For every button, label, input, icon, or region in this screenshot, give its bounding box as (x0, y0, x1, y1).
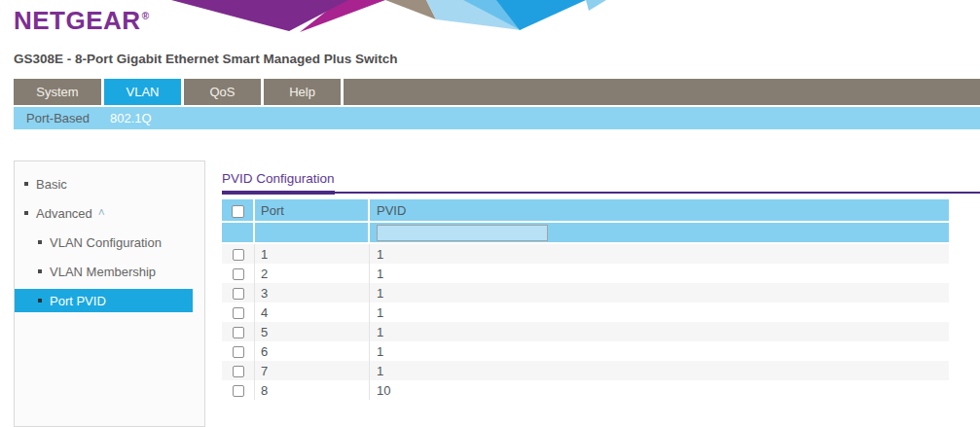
port-cell: 2 (255, 264, 370, 283)
table-header-row: Port PVID (222, 199, 949, 223)
row-checkbox[interactable] (233, 249, 244, 261)
port-cell: 6 (255, 341, 370, 361)
pvid-cell: 1 (370, 341, 949, 361)
tab-help[interactable]: Help (264, 79, 344, 105)
select-all-checkbox[interactable] (232, 205, 244, 218)
sidebar-item-vlan-membership[interactable]: VLAN Membership (15, 260, 204, 283)
sidebar-item-advanced[interactable]: Advanced ˄ (15, 201, 204, 225)
subnav-item-port-based[interactable]: Port-Based (26, 111, 90, 125)
pvid-cell: 1 (370, 244, 949, 264)
section-heading: PVID Configuration (222, 171, 335, 195)
registered-mark: ® (142, 11, 150, 21)
sidebar-item-label: VLAN Membership (50, 265, 156, 279)
table-filter-row (222, 223, 949, 244)
netgear-logo: NETGEAR® (14, 6, 150, 36)
content-area: Basic Advanced ˄ VLAN Configuration VLAN… (14, 160, 980, 427)
row-checkbox[interactable] (233, 288, 244, 300)
sidebar-item-port-pvid[interactable]: Port PVID (15, 289, 193, 312)
pvid-cell: 1 (370, 361, 949, 380)
table-row: 7 1 (222, 361, 949, 380)
pvid-input[interactable] (377, 225, 548, 241)
row-checkbox[interactable] (233, 327, 244, 338)
chevron-up-icon: ˄ (98, 207, 105, 219)
sidebar-item-label: VLAN Configuration (50, 235, 162, 250)
sidebar-item-label: Basic (36, 177, 67, 192)
column-header-port: Port (255, 199, 370, 223)
column-header-pvid: PVID (370, 199, 949, 223)
table-row: 1 1 (222, 244, 949, 264)
row-checkbox[interactable] (233, 307, 244, 319)
bullet-icon (24, 211, 28, 215)
section-heading-rule: PVID Configuration (222, 169, 980, 194)
bullet-icon (38, 240, 42, 244)
table-row: 8 10 (222, 380, 949, 400)
table-row: 4 1 (222, 302, 949, 322)
subnav-item-8021q[interactable]: 802.1Q (110, 111, 152, 125)
pvid-cell: 10 (370, 380, 949, 400)
pvid-cell: 1 (370, 302, 949, 322)
pvid-table: Port PVID 1 1 2 1 3 1 4 1 (222, 199, 949, 400)
table-row: 6 1 (222, 341, 949, 361)
row-checkbox[interactable] (233, 366, 244, 377)
bullet-icon (24, 182, 28, 186)
table-row: 2 1 (222, 264, 949, 283)
pvid-table-body: 1 1 2 1 3 1 4 1 5 1 6 1 7 1 8 10 (222, 244, 949, 400)
port-cell: 7 (255, 361, 370, 380)
vlan-subnav: Port-Based 802.1Q (14, 107, 980, 129)
sidebar-item-label: Port PVID (50, 294, 106, 308)
main-panel: PVID Configuration Port PVID 1 1 (222, 160, 980, 427)
sidebar-item-label: Advanced (36, 206, 92, 221)
port-cell: 1 (255, 244, 370, 264)
row-checkbox[interactable] (233, 385, 244, 397)
tab-vlan[interactable]: VLAN (104, 79, 184, 105)
logo-text: NETGEAR (14, 6, 141, 35)
table-row: 3 1 (222, 283, 949, 302)
pvid-cell: 1 (370, 264, 949, 283)
table-row: 5 1 (222, 322, 949, 341)
sidebar: Basic Advanced ˄ VLAN Configuration VLAN… (14, 160, 205, 427)
sidebar-item-basic[interactable]: Basic (15, 172, 204, 196)
main-nav: System VLAN QoS Help (14, 79, 980, 105)
row-checkbox[interactable] (233, 346, 244, 358)
page-title: GS308E - 8-Port Gigabit Ethernet Smart M… (14, 52, 398, 66)
pvid-cell: 1 (370, 283, 949, 302)
tab-qos[interactable]: QoS (184, 79, 264, 105)
tab-system[interactable]: System (14, 79, 104, 105)
row-checkbox[interactable] (233, 268, 244, 280)
port-cell: 3 (255, 283, 370, 302)
port-cell: 4 (255, 302, 370, 322)
bullet-icon (38, 299, 42, 302)
bullet-icon (38, 269, 42, 273)
port-cell: 8 (255, 380, 370, 400)
pvid-cell: 1 (370, 322, 949, 341)
port-cell: 5 (255, 322, 370, 341)
sidebar-item-vlan-configuration[interactable]: VLAN Configuration (15, 231, 204, 254)
